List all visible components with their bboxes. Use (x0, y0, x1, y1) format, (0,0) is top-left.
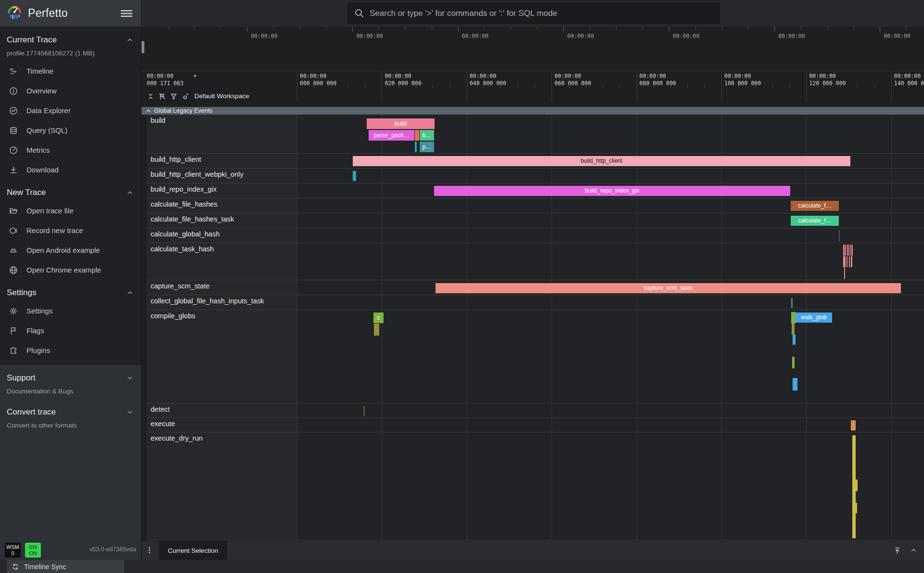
timeline-overview[interactable]: 00:00:0000:00:0000:00:0000:00:0000:00:00… (141, 27, 924, 71)
slice[interactable] (843, 245, 845, 256)
track-label[interactable]: calculate_file_hashes (147, 198, 297, 213)
track-label[interactable]: detect (147, 404, 297, 417)
timeline-ruler[interactable]: 00:00:00 + 000 171 083 00:00:00 000 000 … (141, 71, 924, 102)
collapse-tracks-icon[interactable] (147, 92, 154, 100)
track-label[interactable]: capture_scm_state (147, 280, 297, 295)
slice[interactable] (848, 245, 849, 256)
section-heading[interactable]: Convert trace (0, 404, 141, 420)
track-row-execute[interactable]: execute (141, 418, 924, 432)
track-label[interactable]: calculate_task_hash (147, 243, 297, 280)
panel-chevron-up-icon[interactable] (910, 547, 917, 555)
track-row-calculate_global_hash[interactable]: calculate_global_hash (141, 228, 924, 243)
slice[interactable] (852, 245, 853, 256)
track-row-build[interactable]: buildbuildparse_pack…b…p… (141, 115, 924, 154)
sidebar-item-open-chrome-example[interactable]: Open Chrome example (0, 260, 141, 280)
filter-icon[interactable] (170, 92, 178, 100)
sidebar-item-download[interactable]: Download (0, 160, 141, 180)
track-label[interactable]: calculate_file_hashes_task (147, 213, 297, 228)
workspace-label[interactable]: Default Workspace (194, 92, 249, 100)
slice-parse_pack[interactable]: parse_pack… (369, 130, 414, 141)
track-row-build_repo_index_gix[interactable]: build_repo_index_gixbuild_repo_index_gix (141, 183, 924, 198)
track-label[interactable]: build (147, 115, 297, 153)
track-label[interactable]: execute_dry_run (147, 432, 297, 540)
slice-p[interactable]: p… (420, 142, 434, 152)
track-row-calculate_file_hashes[interactable]: calculate_file_hashescalculate_f… (141, 198, 924, 213)
sidebar-item-open-trace-file[interactable]: Open trace file (0, 201, 141, 221)
menu-icon[interactable] (120, 9, 133, 18)
omnibox[interactable] (347, 2, 720, 24)
track-row-execute_dry_run[interactable]: execute_dry_run (141, 432, 924, 540)
slice[interactable] (850, 245, 851, 256)
tab-current-selection[interactable]: Current Selection (159, 541, 227, 560)
slice[interactable] (363, 406, 365, 416)
sidebar-item-data-explorer[interactable]: Data Explorer (0, 101, 141, 120)
slice[interactable] (847, 245, 848, 256)
track-label[interactable]: execute (147, 418, 297, 432)
section-heading[interactable]: Settings (0, 285, 141, 301)
track-row-calculate_file_hashes_task[interactable]: calculate_file_hashes_taskcalculate_f… (141, 213, 924, 228)
overview-scroll-handle[interactable] (141, 41, 144, 53)
sidebar-item-plugins[interactable]: Plugins (0, 340, 141, 360)
slice[interactable] (792, 324, 795, 335)
slice[interactable] (415, 142, 417, 152)
slice[interactable] (849, 256, 850, 267)
search-input[interactable] (347, 2, 720, 24)
slice[interactable] (353, 171, 356, 181)
sidebar-item-metrics[interactable]: Metrics (0, 140, 141, 160)
slice[interactable] (791, 312, 796, 324)
track-label[interactable]: compile_globs (147, 310, 297, 403)
panel-menu-icon[interactable] (145, 546, 154, 554)
slice[interactable] (856, 503, 857, 513)
track-row-compile_globs[interactable]: compile_globscwalk_glob (141, 310, 924, 404)
track-canvas[interactable]: buildbuildparse_pack…b…p…build_http_clie… (141, 115, 924, 540)
sidebar-item-settings[interactable]: Settings (0, 301, 141, 321)
track-label[interactable]: build_http_client (147, 154, 297, 168)
sidebar-item-record-new-trace[interactable]: Record new trace (0, 221, 141, 240)
workspace-icon[interactable] (181, 92, 190, 100)
section-heading[interactable]: Support (0, 370, 141, 386)
slice-build_repo_index_gix[interactable]: build_repo_index_gix (434, 186, 790, 196)
slice-calculate_f[interactable]: calculate_f… (791, 216, 839, 226)
slice[interactable] (845, 245, 846, 256)
slice[interactable] (843, 256, 846, 267)
slice[interactable] (791, 298, 793, 308)
slice[interactable] (415, 130, 419, 141)
slice-calculate_f[interactable]: calculate_f… (791, 201, 839, 211)
track-group-header[interactable]: Global Legacy Events (141, 107, 924, 115)
track-row-calculate_task_hash[interactable]: calculate_task_hash (141, 243, 924, 280)
slice-capture_scm_state[interactable]: capture_scm_state (436, 283, 901, 293)
sidebar-item-flags[interactable]: Flags (0, 321, 141, 340)
track-label[interactable]: calculate_global_hash (147, 228, 297, 243)
panel-expand-up-icon[interactable] (893, 547, 901, 555)
track-label[interactable]: build_http_client_webpki_only (147, 169, 297, 183)
track-label[interactable]: collect_global_file_hash_inputs_task (147, 295, 297, 310)
slice[interactable] (793, 378, 797, 391)
sidebar-item-query-sql-[interactable]: Query (SQL) (0, 120, 141, 140)
track-row-detect[interactable]: detect (141, 404, 924, 418)
track-row-capture_scm_state[interactable]: capture_scm_statecapture_scm_state (141, 280, 924, 295)
sidebar-item-overview[interactable]: Overview (0, 81, 141, 101)
flag-off-icon[interactable] (158, 92, 166, 100)
slice[interactable] (847, 256, 847, 267)
slice[interactable] (851, 420, 856, 430)
slice[interactable] (374, 324, 379, 336)
slice-b[interactable]: b… (420, 130, 434, 141)
track-row-collect_global_file_hash_inputs_task[interactable]: collect_global_file_hash_inputs_task (141, 295, 924, 310)
timeline-sync-button[interactable]: Timeline Sync (7, 560, 124, 573)
slice[interactable] (792, 357, 795, 368)
slice-build[interactable]: build (367, 118, 435, 129)
slice[interactable] (793, 335, 796, 345)
slice[interactable] (852, 435, 856, 538)
slice-build_http_client[interactable]: build_http_client (353, 156, 850, 166)
track-row-build_http_client[interactable]: build_http_clientbuild_http_client (141, 154, 924, 169)
slice-c[interactable]: c (373, 313, 384, 323)
slice-walk_glob[interactable]: walk_glob (796, 313, 832, 323)
section-heading[interactable]: New Trace (0, 184, 141, 201)
sidebar-item-timeline[interactable]: Timeline (0, 61, 141, 81)
slice[interactable] (844, 268, 845, 279)
slice[interactable] (856, 480, 858, 491)
track-row-build_http_client_webpki_only[interactable]: build_http_client_webpki_only (141, 169, 924, 183)
sidebar-item-open-android-example[interactable]: Open Android example (0, 240, 141, 260)
slice[interactable] (851, 256, 852, 267)
section-heading[interactable]: Current Trace (0, 32, 141, 48)
